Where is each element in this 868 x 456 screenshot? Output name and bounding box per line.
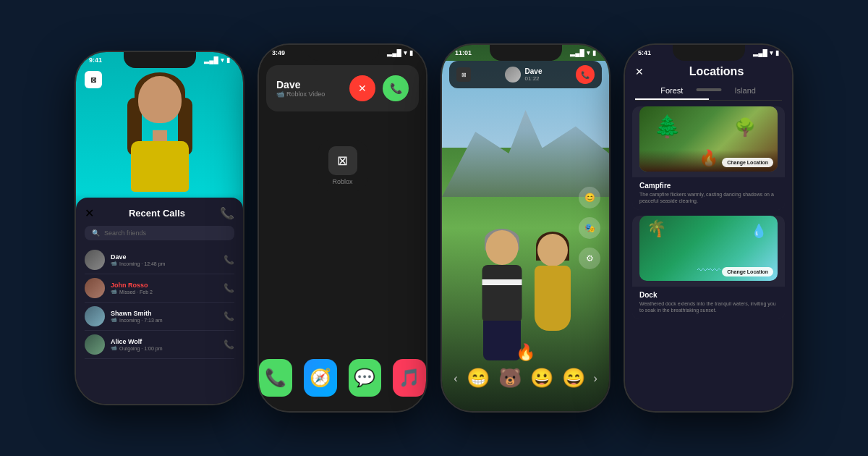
notch-4 <box>673 45 745 61</box>
call-action-alice[interactable]: 📞 <box>224 339 234 350</box>
avatar-neck <box>153 130 167 141</box>
signal-icon-3: ▂▄█ <box>570 49 584 56</box>
call-info-dave: Dave 📹 Incoming · 12:48 pm <box>111 253 218 266</box>
female-body <box>535 266 571 331</box>
panel-title: Recent Calls <box>129 208 185 219</box>
roblox-badge-1: ⊠ <box>85 71 102 88</box>
avatar-female <box>526 234 580 360</box>
vcall-end-button[interactable]: 📞 <box>576 65 595 84</box>
roblox-icon-inner: ⊠ <box>328 146 357 175</box>
change-location-campfire-button[interactable]: Change Location <box>722 158 773 167</box>
dock-messages-icon[interactable]: 💬 <box>349 359 382 397</box>
battery-icon-3: ▮ <box>592 49 596 56</box>
emoji-bar: ‹ 😁 🐻 😀 😄 › <box>442 367 609 389</box>
emoji-chevron-left[interactable]: ‹ <box>454 372 457 385</box>
female-head <box>537 234 568 266</box>
location-img-campfire: 🌲 🌳 🔥 Change Location <box>639 106 778 172</box>
search-bar[interactable]: 🔍 Search friends <box>85 226 234 240</box>
roblox-app-label: Roblox <box>332 178 352 185</box>
call-avatar-dave <box>85 250 105 270</box>
call-action-dave[interactable]: 📞 <box>224 255 234 265</box>
incoming-call-card: Dave 📹 Roblox Video ✕ 📞 <box>266 65 419 111</box>
video-icon-caller: 📹 <box>276 90 284 98</box>
time-4: 5:41 <box>638 49 651 56</box>
scroll-handle <box>696 88 721 91</box>
roblox-icon-vcall: ⊠ <box>456 67 471 82</box>
panel-header: ✕ Recent Calls 📞 <box>85 206 234 220</box>
call-avatar-john <box>85 278 105 298</box>
locations-tab-bar: Forest Island <box>635 83 782 101</box>
phone-incoming-call: 3:49 ▂▄█ ▾ ▮ Dave 📹 Roblox Video ✕ <box>258 43 427 413</box>
avatar-body <box>131 141 189 192</box>
call-item-alice[interactable]: Alice Wolf 📹 Outgoing · 1:00 pm 📞 <box>85 331 234 359</box>
dock-text-area: Dock Weathered dock extends into the tra… <box>632 287 785 319</box>
call-type-icon-john: 📹 <box>111 289 117 295</box>
emoji-chevron-right[interactable]: › <box>594 372 597 385</box>
emoji-4[interactable]: 😄 <box>562 367 585 389</box>
roblox-app-icon[interactable]: ⊠ Roblox <box>318 140 368 191</box>
campfire-text-area: Campfire The campfire flickers warmly, c… <box>632 177 785 210</box>
location-card-dock: 🌴 💧 〰〰 Change Location Dock Weathered do… <box>632 216 785 319</box>
call-name-shawn: Shawn Smith <box>111 310 218 317</box>
change-location-dock-button[interactable]: Change Location <box>722 267 773 276</box>
locations-header: ✕ Locations <box>625 58 792 83</box>
side-icons: 😊 🎭 ⚙ <box>579 187 600 269</box>
tab-forest[interactable]: Forest <box>635 83 709 100</box>
time-2: 3:49 <box>272 49 285 56</box>
side-btn-1[interactable]: 😊 <box>579 187 600 208</box>
notch-1 <box>124 52 196 68</box>
vcall-avatar <box>505 67 521 83</box>
decline-button[interactable]: ✕ <box>349 75 375 101</box>
battery-icon-2: ▮ <box>409 49 413 56</box>
call-sub-shawn: 📹 Incoming · 7:13 am <box>111 317 218 323</box>
phone-icon-panel[interactable]: 📞 <box>220 206 234 220</box>
dock-safari-icon[interactable]: 🧭 <box>304 359 337 397</box>
battery-icon-4: ▮ <box>775 49 779 56</box>
status-icons-1: ▂▄█ ▾ ▮ <box>204 56 230 64</box>
dock-music-icon[interactable]: 🎵 <box>393 359 426 397</box>
locations-close-button[interactable]: ✕ <box>635 66 644 77</box>
status-icons-4: ▂▄█ ▾ ▮ <box>753 49 779 56</box>
app-dock: 📞 🧭 💬 🎵 <box>259 359 426 397</box>
dock-name: Dock <box>639 291 778 299</box>
tab-island[interactable]: Island <box>709 83 783 100</box>
call-item-dave[interactable]: Dave 📹 Incoming · 12:48 pm 📞 <box>85 246 234 274</box>
call-type-icon-shawn: 📹 <box>111 317 117 323</box>
close-icon-panel[interactable]: ✕ <box>85 206 94 220</box>
wifi-icon-2: ▾ <box>404 49 407 56</box>
search-icon: 🔍 <box>92 229 100 237</box>
status-icons-2: ▂▄█ ▾ ▮ <box>387 49 413 56</box>
call-name-john: John Rosso <box>111 282 218 289</box>
caller-info: Dave 📹 Roblox Video <box>276 79 325 98</box>
caller-name: Dave <box>276 79 325 90</box>
campfire-name: Campfire <box>639 182 778 190</box>
call-sub-alice: 📹 Outgoing · 1:00 pm <box>111 345 218 351</box>
signal-icon-4: ▂▄█ <box>753 49 767 56</box>
emoji-3[interactable]: 😀 <box>530 367 553 389</box>
call-info-john: John Rosso 📹 Missed · Feb 2 <box>111 282 218 295</box>
status-bar-3: 11:01 ▂▄█ ▾ ▮ <box>442 45 609 58</box>
dock-phone-icon[interactable]: 📞 <box>259 359 292 397</box>
battery-icon: ▮ <box>226 56 230 64</box>
call-type-icon-dave: 📹 <box>111 261 117 266</box>
campfire-desc: The campfire flickers warmly, casting da… <box>639 191 778 204</box>
wifi-icon-3: ▾ <box>587 49 590 56</box>
call-action-john[interactable]: 📞 <box>224 283 234 293</box>
status-icons-3: ▂▄█ ▾ ▮ <box>570 49 596 56</box>
emoji-2[interactable]: 🐻 <box>498 367 522 389</box>
accept-button[interactable]: 📞 <box>383 75 409 101</box>
call-name-dave: Dave <box>111 253 218 261</box>
locations-title: Locations <box>651 65 782 78</box>
call-actions: ✕ 📞 <box>349 75 409 101</box>
call-info-alice: Alice Wolf 📹 Outgoing · 1:00 pm <box>111 338 218 351</box>
side-btn-3[interactable]: ⚙ <box>579 248 600 269</box>
male-head <box>486 230 519 265</box>
emoji-1[interactable]: 😁 <box>467 367 490 389</box>
location-card-campfire: 🌲 🌳 🔥 Change Location Campfire The campf… <box>632 106 785 210</box>
call-item-shawn[interactable]: Shawn Smith 📹 Incoming · 7:13 am 📞 <box>85 303 234 331</box>
side-btn-2[interactable]: 🎭 <box>579 217 600 239</box>
avatar-figure-1 <box>120 76 200 206</box>
avatar-head <box>138 76 182 123</box>
call-action-shawn[interactable]: 📞 <box>224 311 234 321</box>
call-item-john[interactable]: John Rosso 📹 Missed · Feb 2 📞 <box>85 274 234 303</box>
